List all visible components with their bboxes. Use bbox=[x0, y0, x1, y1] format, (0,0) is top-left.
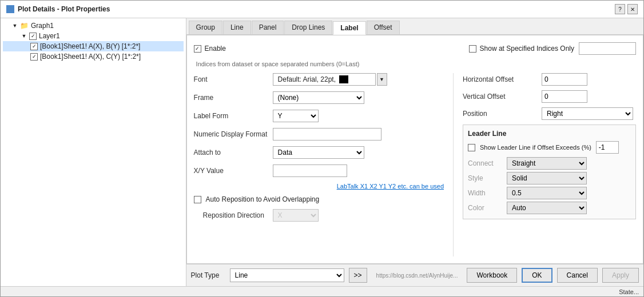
top-row: Enable Show at Specified Indices Only bbox=[194, 42, 636, 55]
tree-item-plot2[interactable]: [Book1]Sheet1! A(X), C(Y) [1*:2*] bbox=[3, 51, 184, 62]
connect-row: Connect Straight bbox=[468, 157, 631, 170]
help-button[interactable]: ? bbox=[615, 4, 625, 14]
right-panel: Group Line Panel Drop Lines Label Offset… bbox=[186, 18, 643, 286]
tab-content: Enable Show at Specified Indices Only In… bbox=[186, 35, 643, 264]
show-leader-input[interactable] bbox=[596, 141, 619, 154]
position-label: Position bbox=[463, 110, 537, 118]
main-window: Plot Details - Plot Properties ? ✕ ▼ 📁 G… bbox=[0, 0, 644, 297]
show-leader-row: Show Leader Line if Offset Exceeds (%) bbox=[468, 141, 631, 154]
tree-arrow-layer1: ▼ bbox=[21, 33, 27, 39]
close-button[interactable]: ✕ bbox=[627, 4, 638, 14]
right-col: Horizontal Offset Vertical Offset Positi… bbox=[453, 73, 636, 256]
attach-to-label: Attach to bbox=[194, 148, 268, 156]
tree-label-layer1: Layer1 bbox=[39, 32, 60, 40]
titlebar-left: Plot Details - Plot Properties bbox=[6, 5, 110, 13]
width-select[interactable]: 0.5 bbox=[507, 187, 587, 199]
tab-label[interactable]: Label bbox=[333, 21, 365, 35]
numeric-format-label: Numeric Display Format bbox=[194, 130, 268, 138]
v-offset-input[interactable] bbox=[542, 90, 587, 103]
v-offset-row: Vertical Offset bbox=[463, 90, 636, 103]
style-select[interactable]: Solid bbox=[507, 172, 587, 184]
folder-icon-graph1: 📁 bbox=[20, 22, 29, 30]
numeric-format-input[interactable] bbox=[273, 128, 381, 141]
tree-checkbox-layer1[interactable] bbox=[29, 33, 37, 40]
titlebar-controls: ? ✕ bbox=[615, 4, 638, 14]
tab-drop-lines[interactable]: Drop Lines bbox=[284, 21, 332, 34]
position-row: Position Right bbox=[463, 107, 636, 120]
tree-checkbox-plot2[interactable] bbox=[30, 53, 38, 61]
xy-value-input[interactable] bbox=[273, 164, 347, 177]
color-label: Color bbox=[468, 204, 502, 212]
app-icon bbox=[6, 5, 14, 13]
plot-type-select[interactable]: Line bbox=[230, 268, 344, 282]
width-label: Width bbox=[468, 189, 502, 197]
font-row: Font Default: Arial, 22pt, ▼ bbox=[194, 73, 444, 86]
enable-checkbox[interactable] bbox=[194, 45, 201, 53]
h-offset-label: Horizontal Offset bbox=[463, 75, 537, 83]
font-dropdown-button[interactable]: ▼ bbox=[377, 73, 387, 86]
labtalk-hint: LabTalk X1 X2 Y1 Y2 etc. can be used bbox=[194, 183, 444, 190]
tree-label-graph1: Graph1 bbox=[31, 22, 54, 30]
tree-panel: ▼ 📁 Graph1 ▼ Layer1 [Book1]Sheet1! A(X),… bbox=[1, 18, 186, 286]
indices-input[interactable] bbox=[579, 42, 636, 55]
show-indices-label: Show at Specified Indices Only bbox=[480, 45, 574, 53]
show-indices-row: Show at Specified Indices Only bbox=[469, 45, 574, 53]
arrow-button[interactable]: >> bbox=[349, 268, 367, 283]
cancel-button[interactable]: Cancel bbox=[557, 268, 598, 283]
main-content: ▼ 📁 Graph1 ▼ Layer1 [Book1]Sheet1! A(X),… bbox=[1, 18, 643, 286]
tree-arrow-graph1: ▼ bbox=[12, 23, 18, 29]
font-display: Default: Arial, 22pt, bbox=[273, 73, 376, 86]
left-col: Font Default: Arial, 22pt, ▼ bbox=[194, 73, 453, 256]
connect-select[interactable]: Straight bbox=[507, 157, 587, 170]
titlebar: Plot Details - Plot Properties ? ✕ bbox=[1, 1, 643, 18]
position-select[interactable]: Right bbox=[542, 107, 633, 120]
color-select[interactable]: Auto bbox=[507, 202, 587, 214]
window-title: Plot Details - Plot Properties bbox=[18, 5, 110, 13]
tab-group[interactable]: Group bbox=[189, 21, 222, 34]
plot-type-label: Plot Type bbox=[191, 271, 225, 279]
frame-select[interactable]: (None) bbox=[273, 91, 364, 104]
style-label: Style bbox=[468, 174, 502, 182]
attach-to-select[interactable]: Data bbox=[273, 146, 364, 159]
font-value: Default: Arial, 22pt, bbox=[278, 75, 336, 83]
auto-reposition-checkbox[interactable] bbox=[194, 196, 201, 203]
label-form-select[interactable]: Y bbox=[273, 110, 319, 122]
h-offset-row: Horizontal Offset bbox=[463, 73, 636, 86]
auto-reposition-label: Auto Reposition to Avoid Overlapping bbox=[206, 195, 320, 203]
style-row: Style Solid bbox=[468, 172, 631, 184]
tree-item-plot1[interactable]: [Book1]Sheet1! A(X), B(Y) [1*:2*] bbox=[3, 41, 184, 51]
tab-offset[interactable]: Offset bbox=[367, 21, 400, 34]
enable-label: Enable bbox=[205, 45, 226, 53]
reposition-direction-row: Reposition Direction X bbox=[194, 209, 444, 222]
h-offset-input[interactable] bbox=[542, 73, 587, 86]
tab-panel[interactable]: Panel bbox=[252, 21, 284, 34]
v-offset-label: Vertical Offset bbox=[463, 93, 537, 101]
ok-button[interactable]: OK bbox=[522, 268, 552, 283]
connect-label: Connect bbox=[468, 159, 502, 167]
leader-line-title: Leader Line bbox=[468, 130, 631, 138]
workbook-button[interactable]: Workbook bbox=[467, 268, 517, 283]
tree-item-layer1[interactable]: ▼ Layer1 bbox=[3, 31, 184, 41]
attach-to-row: Attach to Data bbox=[194, 146, 444, 159]
font-label: Font bbox=[194, 75, 268, 83]
status-text: State... bbox=[619, 288, 639, 295]
show-indices-checkbox[interactable] bbox=[469, 45, 476, 53]
tab-line[interactable]: Line bbox=[223, 21, 251, 34]
label-form-row: Label Form Y bbox=[194, 110, 444, 122]
apply-button[interactable]: Apply bbox=[602, 268, 639, 283]
font-color-box[interactable] bbox=[339, 75, 348, 83]
show-leader-label: Show Leader Line if Offset Exceeds (%) bbox=[480, 144, 591, 151]
xy-value-row: X/Y Value bbox=[194, 164, 444, 177]
indices-hint: Indices from dataset or space separated … bbox=[194, 61, 636, 67]
reposition-direction-select[interactable]: X bbox=[273, 209, 319, 222]
tree-checkbox-plot1[interactable] bbox=[30, 43, 38, 50]
tree-item-graph1[interactable]: ▼ 📁 Graph1 bbox=[3, 21, 184, 31]
leader-line-box: Leader Line Show Leader Line if Offset E… bbox=[463, 125, 636, 219]
two-col-layout: Font Default: Arial, 22pt, ▼ bbox=[194, 73, 636, 256]
reposition-direction-label: Reposition Direction bbox=[194, 211, 268, 219]
watermark-text: https://blog.csdn.net/AlynHuije... bbox=[376, 272, 458, 279]
tabs-bar: Group Line Panel Drop Lines Label Offset bbox=[186, 18, 643, 35]
frame-label: Frame bbox=[194, 94, 268, 102]
numeric-format-row: Numeric Display Format bbox=[194, 128, 444, 141]
show-leader-checkbox[interactable] bbox=[468, 144, 475, 151]
